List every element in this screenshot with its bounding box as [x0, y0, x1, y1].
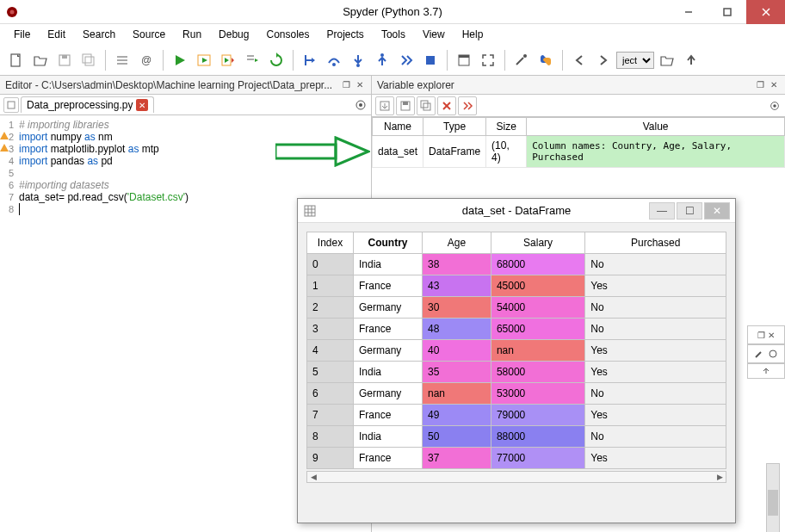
- run-button[interactable]: [169, 49, 191, 71]
- rerun-button[interactable]: [265, 49, 287, 71]
- close-tab-icon[interactable]: ✕: [136, 99, 148, 111]
- fullscreen-button[interactable]: [477, 49, 499, 71]
- working-dir-combo[interactable]: ject: [616, 52, 654, 69]
- scrollbar[interactable]: [766, 463, 780, 532]
- debug-button[interactable]: [299, 49, 321, 71]
- close-button[interactable]: [746, 0, 785, 24]
- parent-dir-button[interactable]: [680, 49, 702, 71]
- list-button[interactable]: [111, 49, 133, 71]
- new-file-button[interactable]: [5, 49, 28, 71]
- menu-search[interactable]: Search: [76, 27, 122, 42]
- remove-all-button[interactable]: [458, 96, 477, 115]
- file-tab[interactable]: Data_preprocessing.py ✕: [21, 96, 154, 113]
- menu-projects[interactable]: Projects: [320, 27, 371, 42]
- var-row[interactable]: data_set DataFrame (10, 4) Column names:…: [373, 136, 785, 168]
- menu-help[interactable]: Help: [455, 27, 491, 42]
- python-path-button[interactable]: [535, 49, 557, 71]
- var-explorer-header: Variable explorer ❐ ✕: [372, 76, 785, 95]
- df-row[interactable]: 3France4865000No: [307, 319, 726, 340]
- tab-label: Data_preprocessing.py: [27, 99, 133, 111]
- undock-icon[interactable]: ❐: [754, 79, 766, 91]
- run-cell-button[interactable]: [193, 49, 215, 71]
- dock-arrow[interactable]: [747, 363, 785, 379]
- df-row[interactable]: 5India3558000Yes: [307, 362, 726, 383]
- open-file-button[interactable]: [29, 49, 52, 71]
- undock-icon[interactable]: ❐: [340, 79, 352, 91]
- menu-edit[interactable]: Edit: [40, 27, 72, 42]
- save-data-as-button[interactable]: [417, 96, 436, 115]
- df-minimize-button[interactable]: —: [649, 202, 675, 220]
- menu-view[interactable]: View: [416, 27, 452, 42]
- df-col[interactable]: Salary: [491, 232, 584, 254]
- forward-button[interactable]: [592, 49, 615, 71]
- df-row[interactable]: 7France4979000Yes: [307, 405, 726, 426]
- df-maximize-button[interactable]: ☐: [677, 202, 702, 220]
- editor-options-icon[interactable]: [354, 98, 368, 112]
- close-pane-icon[interactable]: ✕: [768, 79, 780, 91]
- svg-point-20: [356, 64, 360, 67]
- save-all-button[interactable]: [77, 49, 100, 71]
- step-into-button[interactable]: [347, 49, 369, 71]
- svg-rect-10: [85, 57, 94, 65]
- var-type: DataFrame: [423, 136, 486, 168]
- var-col[interactable]: Name: [373, 118, 423, 136]
- save-data-button[interactable]: [396, 96, 415, 115]
- df-table[interactable]: IndexCountryAgeSalaryPurchased 0India386…: [306, 232, 726, 469]
- save-button[interactable]: [53, 49, 76, 71]
- var-col[interactable]: Size: [486, 118, 527, 136]
- editor-path: Editor - C:\Users\admin\Desktop\Machine …: [5, 79, 332, 91]
- df-row[interactable]: 8India5088000No: [307, 426, 726, 448]
- svg-point-37: [773, 104, 776, 108]
- menu-debug[interactable]: Debug: [212, 27, 256, 42]
- import-data-button[interactable]: [375, 96, 394, 115]
- var-table[interactable]: NameTypeSizeValue data_set DataFrame (10…: [372, 117, 785, 168]
- maximize-button[interactable]: [708, 0, 746, 24]
- run-cell-advance-button[interactable]: [217, 49, 239, 71]
- df-row[interactable]: 1France4345000Yes: [307, 275, 726, 297]
- preferences-button[interactable]: [510, 49, 533, 71]
- at-button[interactable]: @: [135, 49, 158, 71]
- df-col[interactable]: Age: [423, 232, 491, 254]
- df-row[interactable]: 6Germanynan53000No: [307, 383, 726, 405]
- remove-var-button[interactable]: [437, 96, 456, 115]
- step-out-button[interactable]: [371, 49, 393, 71]
- browse-tabs-button[interactable]: [3, 97, 19, 113]
- df-col[interactable]: Country: [354, 232, 423, 254]
- step-over-button[interactable]: [323, 49, 345, 71]
- minimize-button[interactable]: [669, 0, 708, 24]
- menu-source[interactable]: Source: [126, 27, 172, 42]
- df-col[interactable]: Purchased: [585, 232, 726, 254]
- browse-dir-button[interactable]: [656, 49, 678, 71]
- menu-run[interactable]: Run: [176, 27, 208, 42]
- df-close-button[interactable]: ✕: [704, 202, 730, 220]
- svg-rect-40: [305, 206, 315, 216]
- menu-file[interactable]: File: [7, 27, 37, 42]
- svg-text:@: @: [141, 54, 151, 66]
- dock-tools[interactable]: [747, 344, 785, 363]
- var-col[interactable]: Value: [527, 118, 785, 136]
- svg-rect-9: [83, 54, 91, 63]
- svg-rect-24: [459, 55, 469, 58]
- svg-rect-26: [8, 102, 15, 108]
- grid-icon: [303, 204, 317, 218]
- run-selection-button[interactable]: [241, 49, 263, 71]
- df-row[interactable]: 0India3868000No: [307, 254, 726, 275]
- stop-debug-button[interactable]: [419, 49, 442, 71]
- menu-tools[interactable]: Tools: [374, 27, 412, 42]
- df-horizontal-scrollbar[interactable]: ◀▶: [306, 471, 726, 483]
- df-row[interactable]: 9France3777000Yes: [307, 448, 726, 469]
- back-button[interactable]: [568, 49, 590, 71]
- maximize-pane-button[interactable]: [453, 49, 475, 71]
- svg-rect-38: [275, 145, 336, 158]
- df-col[interactable]: Index: [307, 232, 354, 254]
- var-value: Column names: Country, Age, Salary, Purc…: [527, 136, 785, 168]
- df-row[interactable]: 4Germany40nanYes: [307, 340, 726, 362]
- close-pane-icon[interactable]: ✕: [354, 79, 366, 91]
- var-options-icon[interactable]: [768, 99, 782, 113]
- menu-consoles[interactable]: Consoles: [259, 27, 316, 42]
- continue-button[interactable]: [395, 49, 417, 71]
- df-row[interactable]: 2Germany3054000No: [307, 297, 726, 319]
- var-col[interactable]: Type: [423, 118, 486, 136]
- svg-rect-8: [62, 55, 67, 59]
- dock-undock[interactable]: ❐ ✕: [747, 325, 785, 344]
